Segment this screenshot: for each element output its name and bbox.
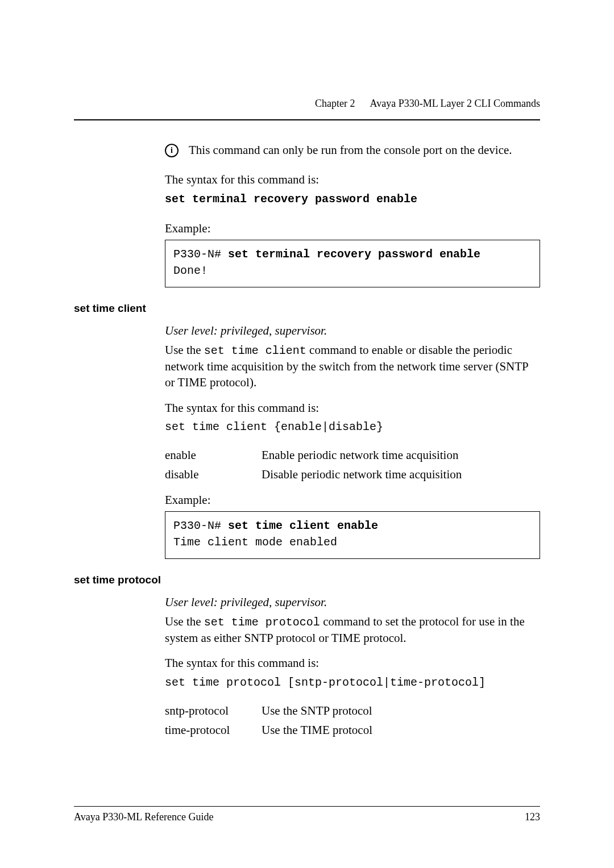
footer-rule bbox=[74, 806, 540, 807]
section-heading-time-protocol: set time protocol bbox=[74, 573, 540, 587]
page-body: i This command can only be run from the … bbox=[165, 142, 540, 738]
param-desc: Use the SNTP protocol bbox=[262, 703, 540, 719]
param-desc: Disable periodic network time acquisitio… bbox=[262, 466, 540, 482]
example-prompt: P330-N# bbox=[173, 519, 228, 532]
param-key: time-protocol bbox=[165, 722, 262, 738]
syntax-command: set time protocol [sntp-protocol|time-pr… bbox=[165, 675, 540, 690]
example-command: set time client enable bbox=[228, 519, 378, 532]
info-note-text: This command can only be run from the co… bbox=[189, 142, 512, 158]
param-row: sntp-protocol Use the SNTP protocol bbox=[165, 703, 540, 719]
example-code-block: P330-N# set terminal recovery password e… bbox=[165, 240, 540, 287]
user-level: User level: privileged, supervisor. bbox=[165, 323, 540, 339]
example-label: Example: bbox=[165, 492, 540, 508]
user-level: User level: privileged, supervisor. bbox=[165, 594, 540, 610]
header-rule bbox=[74, 119, 540, 120]
footer-page-number: 123 bbox=[525, 810, 540, 824]
desc-pre: Use the bbox=[165, 615, 204, 628]
info-note-row: i This command can only be run from the … bbox=[165, 142, 540, 161]
command-description: Use the set time protocol command to set… bbox=[165, 614, 540, 646]
syntax-label: The syntax for this command is: bbox=[165, 172, 540, 187]
syntax-label: The syntax for this command is: bbox=[165, 400, 540, 416]
section-heading-time-client: set time client bbox=[74, 301, 540, 316]
info-icon: i bbox=[165, 144, 179, 157]
desc-pre: Use the bbox=[165, 343, 204, 357]
param-key: enable bbox=[165, 447, 262, 463]
chapter-label: Chapter 2 bbox=[315, 98, 355, 109]
example-prompt: P330-N# bbox=[173, 248, 228, 261]
example-code-block: P330-N# set time client enable Time clie… bbox=[165, 511, 540, 559]
param-key: sntp-protocol bbox=[165, 703, 262, 719]
example-output: Done! bbox=[173, 264, 208, 277]
param-row: time-protocol Use the TIME protocol bbox=[165, 722, 540, 738]
desc-cmd: set time client bbox=[204, 344, 306, 357]
syntax-command: set terminal recovery password enable bbox=[165, 191, 540, 207]
param-desc: Use the TIME protocol bbox=[262, 722, 540, 738]
syntax-label: The syntax for this command is: bbox=[165, 655, 540, 671]
footer-doc-title: Avaya P330-ML Reference Guide bbox=[74, 810, 213, 824]
example-label: Example: bbox=[165, 220, 540, 236]
param-key: disable bbox=[165, 466, 262, 482]
example-command: set terminal recovery password enable bbox=[228, 248, 480, 261]
syntax-command: set time client {enable|disable} bbox=[165, 419, 540, 435]
chapter-title: Avaya P330-ML Layer 2 CLI Commands bbox=[370, 98, 540, 109]
example-output: Time client mode enabled bbox=[173, 536, 337, 549]
param-row: disable Disable periodic network time ac… bbox=[165, 466, 540, 482]
desc-cmd: set time protocol bbox=[204, 616, 320, 629]
running-header: Chapter 2 Avaya P330-ML Layer 2 CLI Comm… bbox=[315, 97, 540, 110]
command-description: Use the set time client command to enabl… bbox=[165, 342, 540, 391]
param-desc: Enable periodic network time acquisition bbox=[262, 447, 540, 463]
param-row: enable Enable periodic network time acqu… bbox=[165, 447, 540, 463]
